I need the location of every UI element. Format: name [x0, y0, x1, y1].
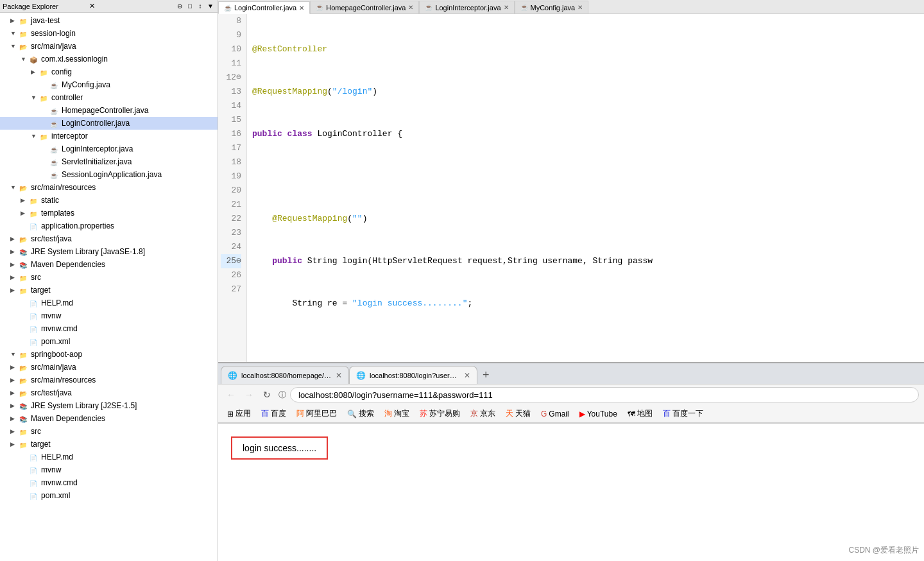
tree-item-session-login[interactable]: ▼ 📁 session-login	[0, 27, 218, 40]
tree-toggle[interactable]: ▶	[21, 207, 30, 219]
bookmark-youtube[interactable]: ▶ YouTube	[576, 408, 621, 420]
bookmark-label: 百度一下	[672, 408, 703, 419]
forward-button[interactable]: →	[241, 387, 257, 402]
tree-item-templates[interactable]: ▶ 📁 templates	[0, 207, 218, 220]
tree-toggle[interactable]: ▶	[10, 259, 19, 270]
tree-toggle[interactable]: ▼	[10, 349, 19, 360]
tab-myconfig[interactable]: ☕ MyConfig.java ✕	[515, 1, 589, 13]
tree-toggle[interactable]: ▼	[10, 182, 19, 193]
browser-tab-homepage[interactable]: 🌐 localhost:8080/homepage/log... ✕	[221, 366, 349, 384]
tab-homepage-controller[interactable]: ☕ HomepageController.java ✕	[310, 1, 419, 13]
browser-tab-close-button[interactable]: ✕	[336, 371, 342, 380]
tree-item-myconfig[interactable]: ☕ MyConfig.java	[0, 78, 218, 91]
tree-item-com-xl[interactable]: ▼ 📦 com.xl.sessionlogin	[0, 53, 218, 65]
tree-item-help-md-aop[interactable]: 📄 HELP.md	[0, 451, 218, 463]
refresh-button[interactable]: ↻	[259, 387, 275, 402]
tree-item-servlet-initializer[interactable]: ☕ ServletInitializer.java	[0, 155, 218, 168]
tree-item-jre-library-aop[interactable]: ▶ 📚 JRE System Library [J2SE-1.5]	[0, 399, 218, 412]
tree-item-pom-aop[interactable]: 📄 pom.xml	[0, 489, 218, 502]
bookmark-gmail[interactable]: G Gmail	[537, 408, 573, 420]
tree-item-login-controller[interactable]: ☕ LoginController.java	[0, 117, 218, 130]
bookmark-apps[interactable]: ⊞ 应用	[223, 407, 255, 420]
new-tab-button[interactable]: +	[477, 368, 495, 382]
pe-close-icon[interactable]: ✕	[89, 2, 176, 10]
tree-toggle[interactable]: ▶	[31, 66, 40, 78]
tree-toggle[interactable]: ▶	[21, 194, 30, 206]
tree-item-static[interactable]: ▶ 📁 static	[0, 194, 218, 207]
tree-item-maven-deps-aop[interactable]: ▶ 📚 Maven Dependencies	[0, 412, 218, 425]
bookmark-alibaba[interactable]: 阿 阿里巴巴	[293, 407, 341, 420]
java-icon: ☕	[520, 4, 528, 11]
tab-close-button[interactable]: ✕	[578, 4, 583, 11]
pe-menu-icon[interactable]: ▼	[206, 2, 215, 11]
tree-toggle[interactable]: ▶	[10, 361, 19, 373]
tree-toggle[interactable]: ▼	[21, 53, 30, 65]
bookmark-tianmao[interactable]: 天 天猫	[502, 407, 535, 420]
tab-close-button[interactable]: ✕	[504, 4, 509, 11]
tree-item-target-aop[interactable]: ▶ 📁 target	[0, 438, 218, 451]
tree-item-src-test-java-aop[interactable]: ▶ 📂 src/test/java	[0, 386, 218, 399]
tree-toggle[interactable]: ▼	[31, 92, 40, 103]
bookmark-suning[interactable]: 苏 苏宁易购	[416, 407, 464, 420]
tree-item-target-sl[interactable]: ▶ 📁 target	[0, 284, 218, 297]
folder-icon: 📁	[19, 427, 30, 436]
tree-toggle[interactable]: ▶	[10, 426, 19, 437]
bookmark-search[interactable]: 🔍 搜索	[343, 407, 378, 420]
tree-toggle[interactable]: ▼	[10, 40, 19, 52]
bookmark-label: Gmail	[549, 410, 569, 419]
tree-toggle[interactable]: ▶	[10, 272, 19, 283]
tab-close-button[interactable]: ✕	[408, 4, 413, 11]
tree-item-mvnw-cmd-aop[interactable]: 📄 mvnw.cmd	[0, 476, 218, 489]
tree-item-src-main-resources-aop[interactable]: ▶ 📂 src/main/resources	[0, 374, 218, 386]
back-button[interactable]: ←	[223, 387, 239, 402]
tree-toggle[interactable]: ▶	[10, 413, 19, 424]
browser-tab-login[interactable]: 🌐 localhost:8080/login?userna... ✕	[349, 366, 477, 384]
tree-item-config[interactable]: ▶ 📁 config	[0, 65, 218, 78]
tree-item-src-main-java[interactable]: ▼ 📂 src/main/java	[0, 40, 218, 53]
tree-item-maven-deps[interactable]: ▶ 📚 Maven Dependencies	[0, 258, 218, 271]
tab-login-interceptor[interactable]: ☕ LoginInterceptor.java ✕	[419, 1, 514, 13]
editor-panel: ☕ LoginController.java ✕ ☕ HomepageContr…	[218, 0, 924, 561]
tree-item-src-sl[interactable]: ▶ 📁 src	[0, 271, 218, 284]
tree-item-interceptor[interactable]: ▼ 📁 interceptor	[0, 130, 218, 142]
pe-sync-icon[interactable]: ↕	[196, 2, 205, 11]
tab-login-controller[interactable]: ☕ LoginController.java ✕	[218, 1, 310, 14]
tree-item-homepage-controller[interactable]: ☕ HomepageController.java	[0, 104, 218, 117]
tree-toggle[interactable]: ▶	[10, 15, 19, 26]
tree-toggle[interactable]: ▶	[10, 387, 19, 399]
bookmark-jd[interactable]: 京 京东	[466, 407, 499, 420]
tree-item-controller[interactable]: ▼ 📁 controller	[0, 91, 218, 104]
tree-item-src-main-resources[interactable]: ▼ 📂 src/main/resources	[0, 181, 218, 194]
tree-item-jre-library[interactable]: ▶ 📚 JRE System Library [JavaSE-1.8]	[0, 245, 218, 258]
tree-toggle[interactable]: ▶	[10, 284, 19, 296]
tree-toggle[interactable]: ▼	[10, 28, 19, 39]
tree-item-java-test[interactable]: ▶ 📁 java-test	[0, 14, 218, 27]
bookmark-maps[interactable]: 🗺 地图	[624, 407, 656, 420]
bookmark-baidu[interactable]: 百 百度	[257, 407, 290, 420]
bookmark-baidu-search[interactable]: 百 百度一下	[659, 407, 707, 420]
tree-item-mvnw-aop[interactable]: 📄 mvnw	[0, 463, 218, 476]
tree-item-src-test-java[interactable]: ▶ 📂 src/test/java	[0, 232, 218, 245]
tree-item-application-properties[interactable]: 📄 application.properties	[0, 220, 218, 232]
tree-item-session-login-app[interactable]: ☕ SessionLoginApplication.java	[0, 168, 218, 181]
tree-item-src-aop[interactable]: ▶ 📁 src	[0, 425, 218, 438]
tab-close-button[interactable]: ✕	[299, 4, 304, 12]
tree-item-login-interceptor[interactable]: ☕ LoginInterceptor.java	[0, 142, 218, 155]
pe-maximize-icon[interactable]: □	[185, 2, 194, 11]
tree-toggle[interactable]: ▶	[10, 246, 19, 257]
tree-toggle[interactable]: ▶	[10, 374, 19, 386]
tree-item-mvnw-cmd-sl[interactable]: 📄 mvnw.cmd	[0, 322, 218, 335]
tree-item-help-md-sl[interactable]: 📄 HELP.md	[0, 297, 218, 309]
bookmark-taobao[interactable]: 淘 淘宝	[381, 407, 413, 420]
tree-item-pom-sl[interactable]: 📄 pom.xml	[0, 335, 218, 348]
tree-item-mvnw-sl[interactable]: 📄 mvnw	[0, 309, 218, 322]
tree-toggle[interactable]: ▶	[10, 400, 19, 411]
tree-toggle[interactable]: ▶	[10, 233, 19, 245]
tree-item-src-main-java-aop[interactable]: ▶ 📂 src/main/java	[0, 361, 218, 374]
address-bar[interactable]	[290, 387, 919, 402]
tree-toggle[interactable]: ▼	[31, 130, 40, 142]
tree-item-springboot-aop[interactable]: ▼ 📁 springboot-aop	[0, 348, 218, 361]
browser-tab-close-button[interactable]: ✕	[464, 371, 470, 380]
pe-minimize-icon[interactable]: ⊖	[175, 2, 184, 11]
tree-toggle[interactable]: ▶	[10, 438, 19, 450]
